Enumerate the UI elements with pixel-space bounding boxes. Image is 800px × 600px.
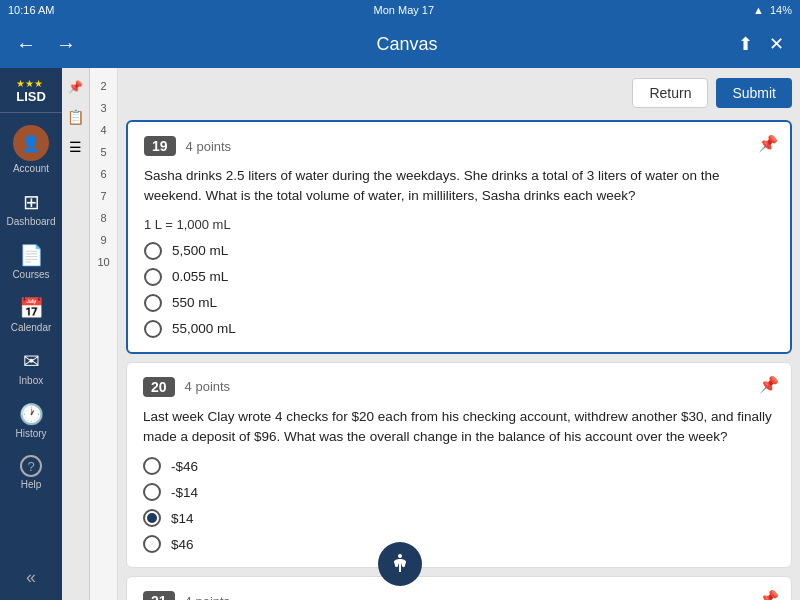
q20-radio-3[interactable] bbox=[143, 509, 161, 527]
q20-option-1-label: -$46 bbox=[171, 459, 198, 474]
q20-option-3-selected[interactable]: $14 bbox=[143, 509, 775, 527]
q20-number: 20 bbox=[143, 377, 175, 397]
header-nav: ← → bbox=[16, 33, 76, 56]
close-button[interactable]: ✕ bbox=[769, 33, 784, 55]
accessibility-button[interactable] bbox=[378, 542, 422, 586]
logo-stars: ★★★ bbox=[16, 78, 46, 89]
question-20-card: 20 4 points 📌 Last week Clay wrote 4 che… bbox=[126, 362, 792, 569]
q19-options: 5,500 mL 0.055 mL 550 mL 55,000 mL bbox=[144, 242, 774, 338]
q-num-8[interactable]: 8 bbox=[90, 208, 117, 228]
numbers-panel: 2 3 4 5 6 7 8 9 10 bbox=[90, 68, 118, 600]
q19-points: 4 points bbox=[186, 139, 232, 154]
avatar: 👤 bbox=[13, 125, 49, 161]
back-button[interactable]: ← bbox=[16, 33, 36, 56]
sidebar-calendar-label: Calendar bbox=[11, 322, 52, 333]
dashboard-icon: ⊞ bbox=[23, 190, 40, 214]
content-area: Return Submit 19 4 points 📌 Sasha drinks… bbox=[118, 68, 800, 600]
courses-icon: 📄 bbox=[19, 243, 44, 267]
header-title: Canvas bbox=[376, 34, 437, 55]
sidebar-inbox-label: Inbox bbox=[19, 375, 43, 386]
forward-button[interactable]: → bbox=[56, 33, 76, 56]
sidebar-item-account[interactable]: 👤 Account bbox=[0, 117, 62, 182]
sidebar-history-label: History bbox=[15, 428, 46, 439]
q19-radio-4[interactable] bbox=[144, 320, 162, 338]
question-19-card: 19 4 points 📌 Sasha drinks 2.5 liters of… bbox=[126, 120, 792, 354]
sidebar-item-history[interactable]: 🕐 History bbox=[0, 394, 62, 447]
history-icon: 🕐 bbox=[19, 402, 44, 426]
q19-option-3[interactable]: 550 mL bbox=[144, 294, 774, 312]
q19-header: 19 4 points bbox=[144, 136, 774, 156]
sidebar-courses-label: Courses bbox=[12, 269, 49, 280]
help-icon: ? bbox=[20, 455, 42, 477]
q19-hint: 1 L = 1,000 mL bbox=[144, 217, 774, 232]
sidebar-item-courses[interactable]: 📄 Courses bbox=[0, 235, 62, 288]
q21-pin-icon[interactable]: 📌 bbox=[759, 589, 779, 600]
accessibility-icon bbox=[388, 552, 412, 576]
header: ← → Canvas ⬆ ✕ bbox=[0, 20, 800, 68]
tool-panel: 📌 📋 ☰ bbox=[62, 68, 90, 600]
q-num-5[interactable]: 5 bbox=[90, 142, 117, 162]
doc-tool-button[interactable]: 📋 bbox=[65, 106, 87, 128]
main-layout: ★★★ LISD 👤 Account ⊞ Dashboard 📄 Courses… bbox=[0, 68, 800, 600]
share-button[interactable]: ⬆ bbox=[738, 33, 753, 55]
status-bar: 10:16 AM Mon May 17 ▲ 14% bbox=[0, 0, 800, 20]
sidebar-help-label: Help bbox=[21, 479, 42, 490]
q19-option-3-label: 550 mL bbox=[172, 295, 217, 310]
q20-option-4-label: $46 bbox=[171, 537, 194, 552]
svg-point-47 bbox=[398, 554, 402, 558]
q-num-7[interactable]: 7 bbox=[90, 186, 117, 206]
q20-text: Last week Clay wrote 4 checks for $20 ea… bbox=[143, 407, 775, 448]
header-actions: ⬆ ✕ bbox=[738, 33, 784, 55]
pin-tool-button[interactable]: 📌 bbox=[65, 76, 87, 98]
q20-header: 20 4 points bbox=[143, 377, 775, 397]
q-num-3[interactable]: 3 bbox=[90, 98, 117, 118]
q-num-2[interactable]: 2 bbox=[90, 76, 117, 96]
q19-option-4[interactable]: 55,000 mL bbox=[144, 320, 774, 338]
q19-option-2-label: 0.055 mL bbox=[172, 269, 228, 284]
q19-radio-2[interactable] bbox=[144, 268, 162, 286]
q20-pin-icon[interactable]: 📌 bbox=[759, 375, 779, 394]
q-num-9[interactable]: 9 bbox=[90, 230, 117, 250]
sidebar-item-calendar[interactable]: 📅 Calendar bbox=[0, 288, 62, 341]
q20-radio-4[interactable] bbox=[143, 535, 161, 553]
sidebar-account-label: Account bbox=[13, 163, 49, 174]
q-num-10[interactable]: 10 bbox=[90, 252, 117, 272]
return-button[interactable]: Return bbox=[632, 78, 708, 108]
q20-option-4[interactable]: $46 bbox=[143, 535, 775, 553]
q20-points: 4 points bbox=[185, 379, 231, 394]
q20-radio-3-fill bbox=[147, 513, 157, 523]
logo-text: LISD bbox=[16, 89, 46, 104]
q21-points: 4 points bbox=[185, 594, 231, 601]
submit-button[interactable]: Submit bbox=[716, 78, 792, 108]
sidebar-item-dashboard[interactable]: ⊞ Dashboard bbox=[0, 182, 62, 235]
sidebar: ★★★ LISD 👤 Account ⊞ Dashboard 📄 Courses… bbox=[0, 68, 62, 600]
q19-radio-3[interactable] bbox=[144, 294, 162, 312]
q21-number: 21 bbox=[143, 591, 175, 600]
q19-option-4-label: 55,000 mL bbox=[172, 321, 236, 336]
calendar-icon: 📅 bbox=[19, 296, 44, 320]
q20-option-1[interactable]: -$46 bbox=[143, 457, 775, 475]
collapse-sidebar-button[interactable]: « bbox=[26, 567, 36, 588]
q20-radio-1[interactable] bbox=[143, 457, 161, 475]
status-time: 10:16 AM bbox=[8, 4, 54, 16]
status-day: Mon May 17 bbox=[374, 4, 435, 16]
sidebar-item-help[interactable]: ? Help bbox=[0, 447, 62, 498]
inbox-icon: ✉ bbox=[23, 349, 40, 373]
q20-radio-2[interactable] bbox=[143, 483, 161, 501]
logo-area: ★★★ LISD bbox=[0, 72, 62, 113]
q19-option-1[interactable]: 5,500 mL bbox=[144, 242, 774, 260]
q-num-4[interactable]: 4 bbox=[90, 120, 117, 140]
list-tool-button[interactable]: ☰ bbox=[65, 136, 87, 158]
q19-option-2[interactable]: 0.055 mL bbox=[144, 268, 774, 286]
question-21-card: 21 4 points 📌 A bbox=[126, 576, 792, 600]
q-num-6[interactable]: 6 bbox=[90, 164, 117, 184]
q20-option-2-label: -$14 bbox=[171, 485, 198, 500]
sidebar-dashboard-label: Dashboard bbox=[7, 216, 56, 227]
q19-option-1-label: 5,500 mL bbox=[172, 243, 228, 258]
q19-pin-icon[interactable]: 📌 bbox=[758, 134, 778, 153]
sidebar-item-inbox[interactable]: ✉ Inbox bbox=[0, 341, 62, 394]
q19-radio-1[interactable] bbox=[144, 242, 162, 260]
q20-options: -$46 -$14 $14 $46 bbox=[143, 457, 775, 553]
q21-header: 21 4 points bbox=[143, 591, 775, 600]
q20-option-2[interactable]: -$14 bbox=[143, 483, 775, 501]
